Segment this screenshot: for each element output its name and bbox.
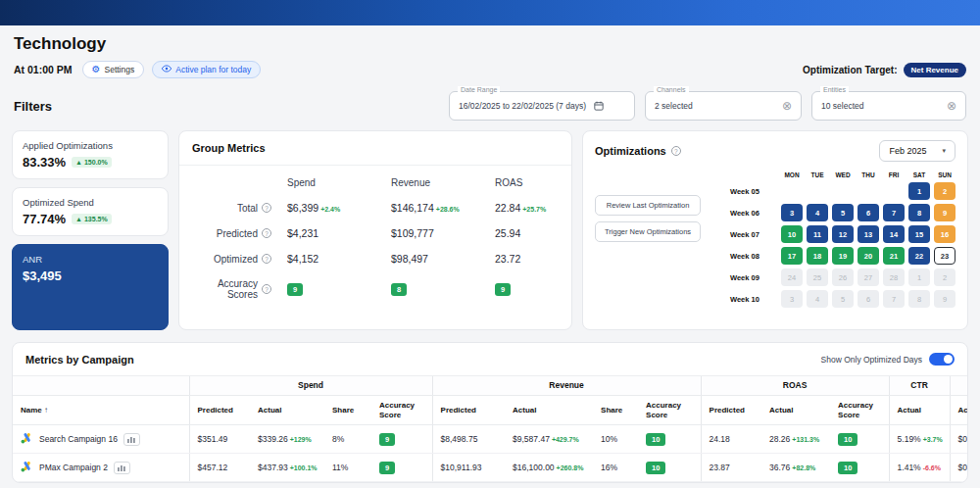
calendar-day[interactable]: 7	[883, 204, 905, 221]
campaign-table-scroll-area[interactable]: Spend Revenue ROAS CTR Name Predicted Ac…	[13, 375, 967, 482]
kpi-delta-badge: ▲ 150.0%	[72, 157, 112, 168]
spend-predicted: $457.12	[189, 454, 250, 482]
calendar-day[interactable]: 4	[807, 204, 828, 221]
week-label: Week 06	[728, 209, 777, 218]
kpi-label: Optimized Spend	[23, 197, 158, 208]
page-header: Technology At 01:00 PM ⚙ Settings Active…	[0, 25, 980, 78]
total-roas: 22.84+25.7%	[495, 202, 558, 214]
campaign-name: PMax Campaign 2	[39, 463, 108, 472]
row-label-optimized: Optimized	[193, 254, 287, 265]
roas-actual: 28.26+131.3%	[761, 425, 830, 454]
group-metrics-title: Group Metrics	[192, 142, 266, 154]
gear-icon: ⚙	[92, 65, 101, 74]
chart-icon[interactable]	[123, 433, 140, 446]
column-header: Share	[593, 396, 638, 425]
date-range-filter[interactable]: Date Range 16/02/2025 to 22/02/2025 (7 d…	[449, 91, 635, 121]
accuracy-spend: 9	[287, 282, 391, 296]
channels-label: Channels	[654, 86, 689, 93]
calendar-icon[interactable]	[594, 101, 604, 111]
active-plan-button[interactable]: Active plan for today	[152, 61, 261, 78]
optimization-calendar: MON TUE WED THU FRI SAT SUN Week 05 1 2 …	[728, 171, 956, 308]
help-icon[interactable]	[262, 203, 271, 213]
help-icon[interactable]	[671, 146, 681, 156]
week-label: Week 05	[728, 187, 777, 196]
settings-button[interactable]: ⚙ Settings	[82, 61, 145, 78]
metrics-by-campaign-card: Metrics by Campaign Show Only Optimized …	[12, 342, 968, 483]
group-header-revenue: Revenue	[432, 376, 701, 396]
calendar-day[interactable]: 15	[908, 225, 930, 243]
review-last-optimization-button[interactable]: Review Last Optimization	[595, 195, 701, 216]
score-badge: 10	[646, 462, 665, 474]
help-icon[interactable]	[262, 284, 271, 294]
calendar-day[interactable]: 22	[908, 247, 930, 265]
clear-entities-icon[interactable]: ⊗	[947, 100, 956, 112]
spend-share: 11%	[324, 454, 371, 482]
calendar-day[interactable]: 14	[883, 225, 905, 243]
calendar-day[interactable]: 16	[934, 225, 956, 243]
kpi-sidebar: Applied Optimizations 83.33% ▲ 150.0% Op…	[12, 130, 169, 330]
show-optimized-days-toggle[interactable]	[929, 353, 955, 366]
accuracy-revenue: 8	[391, 282, 495, 296]
column-header: Predicted	[189, 396, 250, 425]
next-actual: $0.0	[950, 454, 967, 482]
spend-predicted: $351.49	[189, 425, 250, 454]
calendar-day[interactable]: 18	[807, 247, 828, 265]
month-select[interactable]: Feb 2025	[879, 140, 956, 162]
score-badge: 10	[838, 433, 858, 446]
page-title: Technology	[14, 34, 966, 54]
calendar-day-today[interactable]: 23	[934, 247, 956, 265]
revenue-actual: $16,100.00+260.8%	[505, 454, 593, 482]
calendar-day[interactable]: 5	[832, 204, 854, 221]
column-header: Accuracy Score	[638, 396, 701, 425]
calendar-day[interactable]: 21	[883, 247, 905, 265]
score-badge: 10	[646, 433, 665, 446]
kpi-card-optimized-spend[interactable]: Optimized Spend 77.74% ▲ 135.5%	[12, 187, 169, 236]
calendar-day: 27	[858, 268, 879, 286]
calendar-day[interactable]: 3	[781, 204, 803, 221]
kpi-card-applied-optimizations[interactable]: Applied Optimizations 83.33% ▲ 150.0%	[12, 130, 169, 179]
score-badge: 9	[379, 462, 395, 474]
optimized-spend: $4,152	[287, 253, 391, 265]
optimized-roas: 23.72	[495, 253, 558, 265]
delta: +3.7%	[923, 436, 943, 443]
calendar-day[interactable]: 9	[934, 204, 956, 221]
column-header-revenue: Revenue	[391, 177, 495, 188]
week-label: Week 10	[728, 295, 777, 304]
column-header: Actual	[505, 396, 593, 425]
calendar-day[interactable]: 1	[908, 182, 930, 200]
delta: +131.3%	[792, 436, 819, 443]
trigger-new-optimizations-button[interactable]: Trigger New Optimizations	[595, 221, 701, 242]
calendar-day[interactable]: 10	[781, 225, 803, 243]
calendar-day[interactable]: 2	[934, 182, 956, 200]
calendar-day[interactable]: 17	[781, 247, 803, 265]
calendar-day[interactable]: 13	[858, 225, 879, 243]
calendar-day: 28	[883, 268, 905, 286]
roas-predicted: 24.18	[701, 425, 761, 454]
chart-icon[interactable]	[114, 462, 130, 474]
row-label-accuracy-scores: Accuracy Scores	[193, 278, 287, 300]
google-ads-icon	[21, 432, 33, 446]
kpi-card-anr[interactable]: ANR $3,495	[12, 244, 169, 330]
group-header-ctr: CTR	[889, 376, 950, 396]
calendar-day[interactable]: 12	[832, 225, 854, 243]
kpi-value: 83.33%	[23, 155, 66, 170]
calendar-day[interactable]: 20	[858, 247, 879, 265]
toggle-label: Show Only Optimized Days	[821, 355, 922, 365]
spend-score: 9	[371, 425, 432, 454]
ctr-actual: 1.41%-6.6%	[889, 454, 950, 482]
column-header: Actu	[950, 396, 967, 425]
column-header-roas: ROAS	[495, 177, 558, 188]
clear-channels-icon[interactable]: ⊗	[782, 100, 792, 112]
channels-filter[interactable]: Channels 2 selected ⊗	[645, 91, 802, 121]
week-label: Week 07	[728, 230, 777, 239]
kpi-label: Applied Optimizations	[23, 140, 158, 151]
help-icon[interactable]	[262, 254, 271, 264]
entities-filter[interactable]: Entities 10 selected ⊗	[811, 91, 966, 121]
calendar-day[interactable]: 8	[908, 204, 930, 221]
column-header-name[interactable]: Name	[13, 396, 189, 425]
calendar-day[interactable]: 11	[807, 225, 828, 243]
calendar-day[interactable]: 19	[832, 247, 854, 265]
help-icon[interactable]	[262, 228, 271, 238]
roas-actual: 36.76+82.8%	[761, 454, 830, 482]
calendar-day[interactable]: 6	[858, 204, 879, 221]
